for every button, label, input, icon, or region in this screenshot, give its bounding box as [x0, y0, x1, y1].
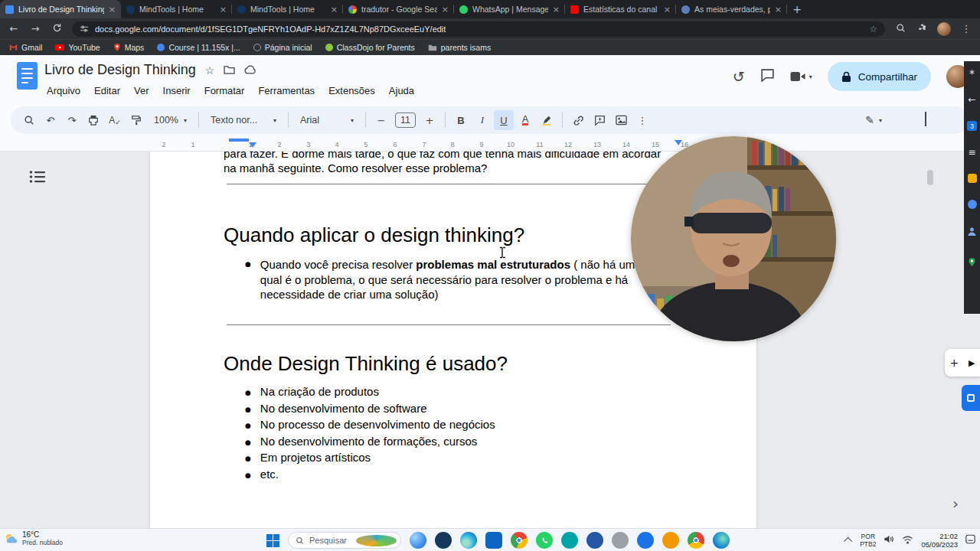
taskbar-app[interactable]	[485, 532, 502, 549]
close-icon[interactable]: ×	[331, 5, 338, 15]
notification-center-icon[interactable]	[965, 533, 975, 547]
taskbar-app-chrome-profile[interactable]	[688, 532, 704, 549]
blue-action-chip[interactable]	[962, 385, 980, 411]
indent-marker[interactable]	[229, 139, 249, 142]
refresh-icon[interactable]	[51, 23, 63, 35]
taskbar-app[interactable]	[637, 532, 654, 549]
address-bar[interactable]: docs.google.com/document/d/1fSEG1DTgeNFR…	[72, 21, 885, 37]
bookmark-youtube[interactable]: YouTube	[55, 43, 100, 52]
person-icon[interactable]	[967, 226, 977, 240]
taskbar-app-whatsapp[interactable]	[536, 532, 553, 549]
menu-ver[interactable]: Ver	[127, 83, 156, 99]
bookmark-maps[interactable]: Maps	[113, 43, 145, 52]
document-title[interactable]: Livro de Design Thinking	[44, 62, 196, 78]
right-indent-marker[interactable]	[675, 140, 682, 145]
print-icon[interactable]	[83, 110, 103, 130]
share-button[interactable]: Compartilhar	[828, 62, 931, 91]
hamburger-menu-icon[interactable]: ≡	[968, 148, 975, 157]
move-folder-icon[interactable]	[224, 64, 235, 77]
close-icon[interactable]: ×	[664, 5, 671, 15]
asterisk-icon[interactable]: *	[969, 69, 975, 78]
document-outline-icon[interactable]	[29, 170, 46, 187]
first-line-indent-marker[interactable]	[249, 142, 256, 148]
insert-image-icon[interactable]	[611, 110, 631, 130]
close-icon[interactable]: ×	[442, 5, 449, 15]
decrease-font-size-button[interactable]: −	[371, 110, 391, 130]
back-icon[interactable]: ←	[8, 23, 20, 34]
yellow-app-icon[interactable]	[968, 174, 977, 183]
bookmark-course[interactable]: Course | 11.155x |...	[157, 43, 240, 52]
plus-icon[interactable]: +	[949, 357, 959, 369]
extensions-puzzle-icon[interactable]	[916, 23, 928, 35]
keyboard-language-indicator[interactable]: POR PTB2	[860, 533, 876, 548]
close-icon[interactable]: ×	[553, 5, 560, 15]
weather-widget[interactable]: 16°C Pred. nublado	[5, 530, 63, 546]
location-pin-icon[interactable]	[968, 256, 976, 270]
close-icon[interactable]: ×	[109, 5, 116, 15]
cloud-status-icon[interactable]	[244, 64, 256, 77]
add-comment-icon[interactable]	[590, 110, 609, 130]
taskbar-app[interactable]	[561, 532, 578, 549]
toolbar-overflow-kebab-icon[interactable]: ⋮	[632, 110, 652, 130]
comments-icon[interactable]	[760, 68, 775, 85]
insert-link-icon[interactable]	[568, 110, 588, 130]
taskbar-search-box[interactable]: Pesquisar	[288, 532, 401, 549]
menu-ajuda[interactable]: Ajuda	[382, 83, 421, 99]
forward-icon[interactable]: →	[29, 23, 41, 34]
font-select[interactable]: Arial ▾	[293, 110, 361, 130]
collapse-toolbar-button[interactable]	[925, 113, 926, 127]
close-icon[interactable]: ×	[220, 5, 227, 15]
spellcheck-icon[interactable]: A✓	[105, 110, 125, 130]
site-info-icon[interactable]	[80, 24, 89, 34]
star-icon[interactable]: ☆	[205, 64, 215, 77]
zoom-select[interactable]: 100% ▾	[147, 110, 194, 130]
browser-tab-tradutor[interactable]: tradutor - Google Search ×	[343, 0, 454, 18]
taskbar-app[interactable]	[586, 532, 603, 549]
ruler[interactable]: 2 1 1 2 3 4 5 6 7 8 9 10 11 12 13 14 15 …	[0, 139, 980, 152]
menu-extensoes[interactable]: Extensões	[322, 83, 382, 99]
blue-app-icon[interactable]	[968, 200, 977, 209]
document-canvas[interactable]: para fazer. E dorme mais tarde, o que fa…	[0, 152, 980, 528]
highlight-color-icon[interactable]	[537, 110, 557, 130]
bookmark-gmail[interactable]: Gmail	[9, 43, 42, 52]
bookmark-star-icon[interactable]: ☆	[869, 24, 877, 34]
undo-icon[interactable]: ↶	[41, 110, 60, 130]
taskbar-app[interactable]	[662, 532, 679, 549]
redo-icon[interactable]: ↷	[62, 110, 82, 130]
close-icon[interactable]: ×	[775, 5, 782, 15]
taskbar-app[interactable]	[612, 532, 629, 549]
browser-menu-kebab-icon[interactable]: ⋮	[960, 23, 972, 34]
taskbar-app-edge[interactable]	[460, 532, 477, 549]
document-scrollbar[interactable]	[927, 170, 933, 185]
browser-tab-youtube-stats[interactable]: Estatísticas do canal - YouTube | ×	[565, 0, 676, 18]
google-docs-logo[interactable]	[17, 62, 38, 90]
taskbar-app-edge-profile[interactable]	[713, 532, 730, 549]
taskbar-clock[interactable]: 21:02 05/09/2023	[921, 532, 958, 549]
browser-tab-meias-verdades[interactable]: As meias-verdades, para não di... ×	[676, 0, 787, 18]
underline-button[interactable]: U	[494, 110, 514, 130]
play-icon[interactable]: ▶	[969, 358, 975, 368]
bookmark-parents-isams[interactable]: parents isams	[428, 43, 491, 52]
bookmark-pagina-inicial[interactable]: Página inicial	[253, 43, 312, 52]
search-menus-icon[interactable]	[19, 110, 39, 130]
bookmark-classdojo[interactable]: ClassDojo for Parents	[325, 43, 415, 52]
text-color-button[interactable]: A	[515, 110, 535, 130]
increase-font-size-button[interactable]: +	[420, 110, 439, 130]
paint-format-icon[interactable]	[126, 110, 146, 130]
version-history-icon[interactable]: ↺	[733, 68, 745, 85]
wifi-icon[interactable]	[902, 533, 913, 547]
taskbar-app-copilot[interactable]	[410, 532, 426, 549]
browser-tab-mindtools-2[interactable]: MindTools | Home ×	[232, 0, 343, 18]
back-arrow-icon[interactable]: ←	[968, 95, 975, 104]
browser-tab-mindtools-1[interactable]: MindTools | Home ×	[121, 0, 232, 18]
browser-profile-avatar[interactable]	[937, 22, 951, 36]
menu-formatar[interactable]: Formatar	[198, 83, 252, 99]
paragraph-style-select[interactable]: Texto nor... ▾	[204, 110, 283, 130]
browser-tab-docs[interactable]: Livro de Design Thinking - Doc... ×	[0, 0, 121, 18]
taskbar-app-chrome[interactable]	[511, 532, 528, 549]
chevron-right-icon[interactable]: ›	[952, 494, 959, 513]
italic-button[interactable]: I	[472, 110, 492, 130]
tray-chevron-up-icon[interactable]	[844, 537, 852, 546]
menu-inserir[interactable]: Inserir	[156, 83, 198, 99]
editing-mode-select[interactable]: ✎ ▾	[865, 114, 882, 126]
